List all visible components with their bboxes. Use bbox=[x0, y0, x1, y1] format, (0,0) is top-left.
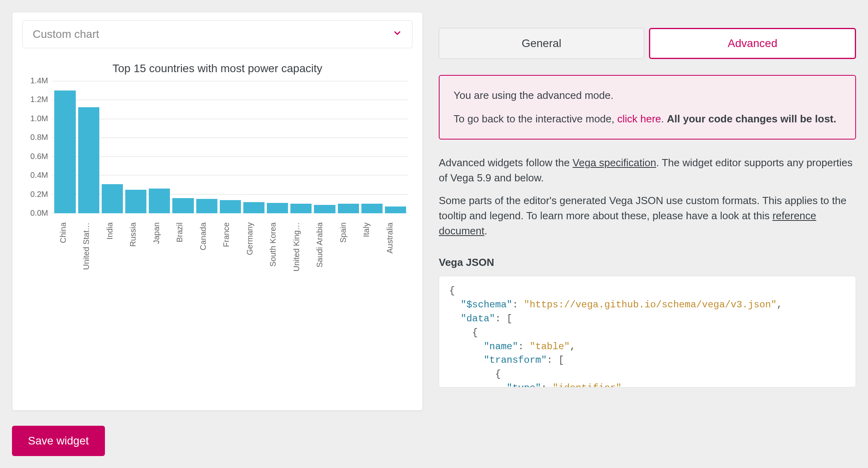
widget-editor-root: Custom chart Top 15 countries with most … bbox=[0, 0, 868, 468]
chevron-down-icon bbox=[393, 28, 402, 40]
y-tick: 0.2M bbox=[30, 190, 48, 199]
x-tick: United King… bbox=[292, 222, 313, 290]
bar[interactable] bbox=[338, 204, 359, 213]
code-string: "table" bbox=[530, 341, 570, 352]
bar[interactable] bbox=[314, 205, 335, 213]
y-tick: 0.6M bbox=[30, 152, 48, 161]
code-key: "$schema" bbox=[461, 299, 513, 310]
x-tick: Italy bbox=[362, 222, 383, 290]
x-tick: Russia bbox=[128, 222, 149, 290]
go-back-link[interactable]: click here bbox=[617, 113, 661, 125]
bar[interactable] bbox=[54, 90, 75, 213]
code-string: "identifier" bbox=[552, 383, 621, 387]
chart-type-label: Custom chart bbox=[33, 28, 99, 41]
x-tick: Australia bbox=[385, 222, 406, 290]
main-row: Custom chart Top 15 countries with most … bbox=[12, 12, 856, 411]
tab-general[interactable]: General bbox=[439, 28, 644, 59]
code-key: "name" bbox=[483, 341, 518, 352]
tabs: General Advanced bbox=[439, 28, 856, 59]
info-paragraph-1: Advanced widgets follow the Vega specifi… bbox=[439, 155, 856, 185]
x-tick: China bbox=[59, 222, 79, 290]
code-key: "type" bbox=[507, 383, 541, 387]
settings-panel: General Advanced You are using the advan… bbox=[439, 12, 856, 395]
x-tick: Brazil bbox=[175, 222, 196, 290]
vega-json-label: Vega JSON bbox=[439, 256, 856, 269]
bar[interactable] bbox=[361, 204, 383, 213]
x-tick: United Stat… bbox=[82, 222, 103, 290]
code-key: "data" bbox=[461, 313, 495, 324]
bar[interactable] bbox=[290, 204, 312, 213]
x-tick: Japan bbox=[152, 222, 173, 290]
y-tick: 0.0M bbox=[30, 208, 48, 218]
bar[interactable] bbox=[125, 190, 146, 213]
y-tick: 1.4M bbox=[30, 76, 48, 85]
alert-line2-pre: To go back to the interactive mode, bbox=[454, 113, 617, 125]
vega-json-editor[interactable]: { "$schema": "https://vega.github.io/sch… bbox=[439, 276, 856, 387]
advanced-mode-alert: You are using the advanced mode. To go b… bbox=[439, 75, 856, 140]
alert-line2-bold: All your code changes will be lost. bbox=[667, 113, 836, 125]
x-tick: South Korea bbox=[268, 222, 289, 290]
bar[interactable] bbox=[220, 200, 241, 213]
bar[interactable] bbox=[385, 206, 406, 213]
chart-plot-area: 1.4M1.2M1.0M0.8M0.6M0.4M0.2M0.0M bbox=[22, 81, 412, 218]
plot-area bbox=[52, 81, 408, 213]
chart-title: Top 15 countries with most power capacit… bbox=[22, 62, 412, 75]
alert-line2-mid: . bbox=[661, 113, 667, 125]
bar[interactable] bbox=[196, 199, 217, 213]
vega-spec-link[interactable]: Vega specification bbox=[572, 157, 656, 169]
chart-preview-panel: Custom chart Top 15 countries with most … bbox=[12, 12, 423, 411]
chart-type-select[interactable]: Custom chart bbox=[22, 20, 412, 48]
y-tick: 1.2M bbox=[30, 95, 48, 104]
alert-line-1: You are using the advanced mode. bbox=[454, 88, 841, 103]
info-paragraph-2: Some parts of the editor's generated Veg… bbox=[439, 193, 856, 238]
bars-container bbox=[52, 81, 408, 213]
x-tick: Germany bbox=[245, 222, 266, 290]
tab-advanced[interactable]: Advanced bbox=[649, 28, 856, 59]
info-p2-post: . bbox=[484, 225, 487, 237]
y-tick: 1.0M bbox=[30, 114, 48, 123]
save-widget-button[interactable]: Save widget bbox=[12, 426, 105, 456]
bar[interactable] bbox=[102, 184, 123, 214]
y-axis: 1.4M1.2M1.0M0.8M0.6M0.4M0.2M0.0M bbox=[30, 76, 52, 218]
x-tick: Saudi Arabia bbox=[315, 222, 336, 290]
x-axis: ChinaUnited Stat…IndiaRussiaJapanBrazilC… bbox=[56, 222, 408, 290]
bar[interactable] bbox=[78, 107, 99, 213]
x-tick: India bbox=[105, 222, 126, 290]
bar[interactable] bbox=[243, 202, 264, 213]
code-key: "transform" bbox=[483, 355, 546, 366]
y-tick: 0.4M bbox=[30, 171, 48, 180]
bar[interactable] bbox=[149, 189, 170, 213]
y-tick: 0.8M bbox=[30, 133, 48, 142]
code-string: "https://vega.github.io/schema/vega/v3.j… bbox=[524, 299, 777, 310]
x-tick: Canada bbox=[199, 222, 219, 290]
bar[interactable] bbox=[172, 198, 193, 213]
alert-line-2: To go back to the interactive mode, clic… bbox=[454, 111, 841, 127]
bar[interactable] bbox=[267, 203, 288, 213]
x-tick: France bbox=[222, 222, 243, 290]
info-p1-pre: Advanced widgets follow the bbox=[439, 157, 572, 169]
x-tick: Spain bbox=[339, 222, 359, 290]
